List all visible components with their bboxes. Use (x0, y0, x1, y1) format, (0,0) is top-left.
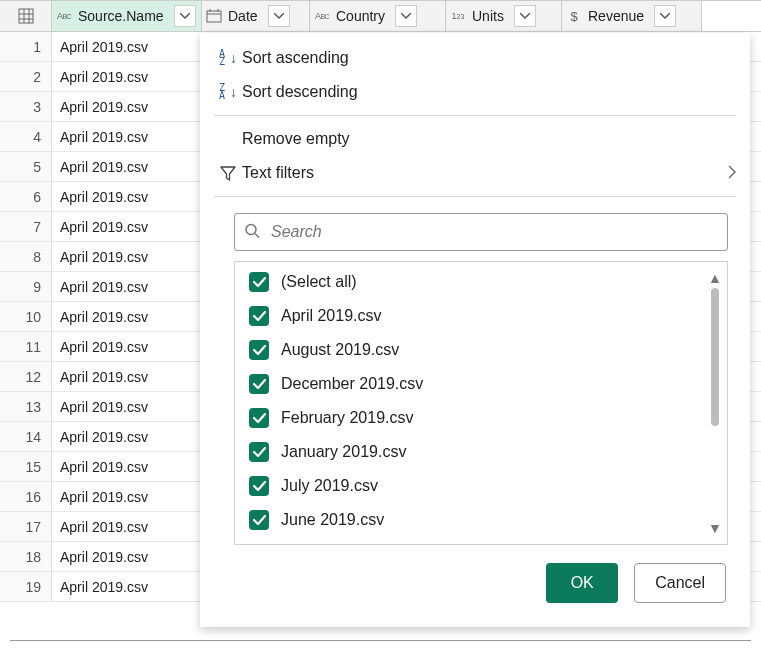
row-number: 2 (0, 62, 52, 91)
row-number: 4 (0, 122, 52, 151)
chevron-down-icon (401, 13, 411, 19)
row-number: 15 (0, 452, 52, 481)
chevron-down-icon (274, 13, 284, 19)
cell-source-name[interactable]: April 2019.csv (52, 302, 202, 331)
chevron-down-icon (520, 13, 530, 19)
column-filter-button-source[interactable] (174, 5, 196, 27)
filter-value-label: January 2019.csv (281, 443, 406, 461)
filter-value-item[interactable]: August 2019.csv (249, 340, 713, 360)
filter-value-item[interactable]: June 2019.csv (249, 510, 713, 530)
chevron-right-icon (728, 165, 736, 182)
menu-label: Sort ascending (242, 49, 349, 67)
cell-source-name[interactable]: April 2019.csv (52, 212, 202, 241)
row-number: 7 (0, 212, 52, 241)
cancel-button[interactable]: Cancel (634, 563, 726, 603)
cell-source-name[interactable]: April 2019.csv (52, 422, 202, 451)
column-filter-button-revenue[interactable] (654, 5, 676, 27)
filter-value-item[interactable]: January 2019.csv (249, 442, 713, 462)
cell-source-name[interactable]: April 2019.csv (52, 242, 202, 271)
date-type-icon (202, 9, 226, 23)
menu-label: Sort descending (242, 83, 358, 101)
remove-empty-item[interactable]: Remove empty (200, 122, 750, 156)
checkbox-checked-icon[interactable] (249, 408, 269, 428)
sort-desc-icon: ZA↓ (214, 84, 242, 100)
search-icon (244, 223, 260, 242)
chevron-down-icon (660, 13, 670, 19)
cell-source-name[interactable]: April 2019.csv (52, 482, 202, 511)
menu-separator (214, 115, 736, 116)
svg-line-10 (255, 234, 259, 238)
cell-source-name[interactable]: April 2019.csv (52, 512, 202, 541)
row-number: 13 (0, 392, 52, 421)
menu-label: Text filters (242, 164, 314, 182)
checkbox-checked-icon[interactable] (249, 340, 269, 360)
sort-descending-item[interactable]: ZA↓ Sort descending (200, 75, 750, 109)
filter-value-label: June 2019.csv (281, 511, 384, 529)
search-input[interactable] (234, 213, 728, 251)
filter-value-label: (Select all) (281, 273, 357, 291)
column-filter-button-country[interactable] (395, 5, 417, 27)
column-header-revenue[interactable]: $ Revenue (562, 1, 702, 31)
checkbox-checked-icon[interactable] (249, 306, 269, 326)
scrollbar-track[interactable] (711, 288, 719, 518)
filter-value-item[interactable]: April 2019.csv (249, 306, 713, 326)
row-number: 18 (0, 542, 52, 571)
column-filter-button-units[interactable] (514, 5, 536, 27)
filter-value-item[interactable]: December 2019.csv (249, 374, 713, 394)
checkbox-checked-icon[interactable] (249, 272, 269, 292)
row-number: 5 (0, 152, 52, 181)
cell-source-name[interactable]: April 2019.csv (52, 32, 202, 61)
filter-value-item[interactable]: (Select all) (249, 272, 713, 292)
row-number: 3 (0, 92, 52, 121)
row-number-header (0, 1, 52, 31)
cell-source-name[interactable]: April 2019.csv (52, 332, 202, 361)
cell-source-name[interactable]: April 2019.csv (52, 452, 202, 481)
filter-value-label: February 2019.csv (281, 409, 414, 427)
menu-separator (214, 196, 736, 197)
filter-value-label: July 2019.csv (281, 477, 378, 495)
row-number: 17 (0, 512, 52, 541)
svg-rect-0 (19, 9, 33, 23)
ok-button[interactable]: OK (546, 563, 618, 603)
sort-ascending-item[interactable]: AZ↓ Sort ascending (200, 41, 750, 75)
cell-source-name[interactable]: April 2019.csv (52, 272, 202, 301)
filter-value-item[interactable]: July 2019.csv (249, 476, 713, 496)
row-number: 6 (0, 182, 52, 211)
cell-source-name[interactable]: April 2019.csv (52, 572, 202, 601)
column-header-date[interactable]: Date (202, 1, 310, 31)
column-header-country[interactable]: ABC Country (310, 1, 446, 31)
checkbox-checked-icon[interactable] (249, 442, 269, 462)
cell-source-name[interactable]: April 2019.csv (52, 92, 202, 121)
scrollbar[interactable]: ▲ ▼ (709, 270, 721, 536)
cell-source-name[interactable]: April 2019.csv (52, 542, 202, 571)
sort-asc-icon: AZ↓ (214, 50, 242, 66)
cell-source-name[interactable]: April 2019.csv (52, 62, 202, 91)
number-type-icon: 123 (446, 11, 470, 21)
filter-value-label: August 2019.csv (281, 341, 399, 359)
cell-source-name[interactable]: April 2019.csv (52, 362, 202, 391)
scroll-up-icon[interactable]: ▲ (708, 270, 722, 286)
cell-source-name[interactable]: April 2019.csv (52, 182, 202, 211)
cell-source-name[interactable]: April 2019.csv (52, 122, 202, 151)
filter-value-item[interactable]: February 2019.csv (249, 408, 713, 428)
checkbox-checked-icon[interactable] (249, 476, 269, 496)
scroll-down-icon[interactable]: ▼ (708, 520, 722, 536)
checkbox-checked-icon[interactable] (249, 374, 269, 394)
column-name: Date (226, 8, 266, 24)
cell-source-name[interactable]: April 2019.csv (52, 392, 202, 421)
checkbox-checked-icon[interactable] (249, 510, 269, 530)
cell-source-name[interactable]: April 2019.csv (52, 152, 202, 181)
text-filters-item[interactable]: Text filters (200, 156, 750, 190)
column-header-source-name[interactable]: ABC Source.Name (52, 1, 202, 31)
scrollbar-thumb[interactable] (711, 288, 719, 426)
row-number: 10 (0, 302, 52, 331)
row-number: 12 (0, 362, 52, 391)
button-row: OK Cancel (200, 545, 750, 627)
row-number: 9 (0, 272, 52, 301)
column-header-units[interactable]: 123 Units (446, 1, 562, 31)
text-type-icon: ABC (310, 11, 334, 21)
column-filter-button-date[interactable] (268, 5, 290, 27)
filter-value-label: December 2019.csv (281, 375, 423, 393)
row-number: 8 (0, 242, 52, 271)
svg-rect-5 (207, 11, 221, 22)
